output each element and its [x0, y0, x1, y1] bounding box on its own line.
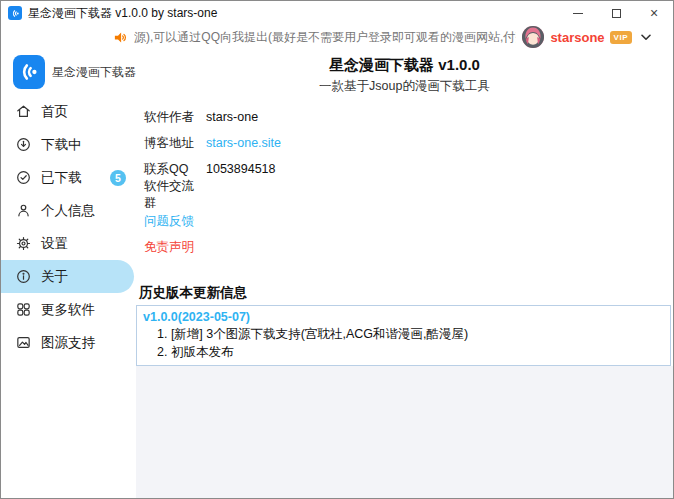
field-qq: 联系QQ 1053894518	[144, 156, 673, 182]
sidebar-app-name: 星念漫画下载器	[52, 64, 136, 81]
field-label: 联系QQ	[144, 161, 206, 178]
close-button[interactable]: ×	[635, 1, 673, 25]
person-icon	[15, 202, 32, 219]
sidebar-item-label: 设置	[41, 235, 68, 253]
sidebar-item-settings[interactable]: 设置	[1, 227, 136, 260]
field-feedback: 问题反馈	[144, 208, 673, 234]
minimize-icon	[573, 13, 583, 14]
sidebar-item-more-apps[interactable]: 更多软件	[1, 293, 136, 326]
maximize-button[interactable]	[597, 1, 635, 25]
sidebar-item-label: 关于	[41, 268, 68, 286]
sidebar-item-label: 已下载	[41, 169, 82, 187]
sidebar-item-downloading[interactable]: 下载中	[1, 128, 136, 161]
minimize-button[interactable]	[559, 1, 597, 25]
about-pane: 星念漫画下载器 v1.0.0 一款基于Jsoup的漫画下载工具 软件作者 sta…	[136, 49, 673, 498]
field-label: 软件作者	[144, 109, 206, 126]
field-blog: 博客地址 stars-one.site	[144, 130, 673, 156]
sidebar-item-profile[interactable]: 个人信息	[1, 194, 136, 227]
sidebar-item-label: 首页	[41, 103, 68, 121]
app-body: 星念漫画下载器 首页 下载中	[1, 49, 673, 498]
history-item: 1. [新增] 3个图源下载支持(宫耽社,ACG和谐漫画,酷漫屋)	[137, 327, 670, 343]
downloaded-count-badge: 5	[110, 170, 126, 186]
sidebar: 星念漫画下载器 首页 下载中	[1, 49, 136, 498]
home-icon	[15, 103, 32, 120]
field-label: 软件交流群	[144, 178, 206, 212]
avatar	[522, 26, 544, 48]
apps-grid-icon	[15, 301, 32, 318]
field-disclaimer: 免责声明	[144, 234, 673, 260]
sidebar-item-label: 个人信息	[41, 202, 95, 220]
content-background	[136, 366, 673, 498]
sidebar-item-label: 下载中	[41, 136, 82, 154]
sidebar-item-image-sources[interactable]: 图源支持	[1, 326, 136, 359]
sidebar-item-label: 图源支持	[41, 334, 95, 352]
app-logo-icon-large	[13, 55, 45, 89]
check-circle-icon	[15, 169, 32, 186]
about-fields: 软件作者 stars-one 博客地址 stars-one.site 联系QQ …	[144, 104, 673, 260]
field-value: stars-one	[206, 110, 258, 124]
history-heading: 历史版本更新信息	[139, 284, 673, 301]
field-author: 软件作者 stars-one	[144, 104, 673, 130]
speaker-icon	[113, 30, 128, 45]
history-box: v1.0.0(2023-05-07) 1. [新增] 3个图源下载支持(宫耽社,…	[136, 305, 671, 366]
username: starsone	[550, 30, 604, 45]
app-window: 星念漫画下载器 v1.0.0 by stars-one × 源),可以通过QQ向…	[0, 0, 674, 499]
window-title: 星念漫画下载器 v1.0.0 by stars-one	[28, 5, 217, 22]
field-group: 软件交流群	[144, 182, 673, 208]
app-logo-icon	[8, 6, 22, 20]
header-strip: 源),可以通过QQ向我提出(最好是不需要用户登录即可观看的漫画网站,付费观看漫画…	[1, 25, 673, 49]
sidebar-item-label: 更多软件	[41, 301, 95, 319]
history-item: 2. 初版本发布	[137, 345, 670, 361]
close-icon: ×	[650, 6, 658, 20]
maximize-icon	[612, 9, 621, 18]
download-icon	[15, 136, 32, 153]
sidebar-item-about[interactable]: 关于	[1, 260, 134, 293]
disclaimer-link[interactable]: 免责声明	[144, 239, 194, 256]
chevron-down-icon	[641, 34, 651, 41]
feedback-link[interactable]: 问题反馈	[144, 213, 194, 230]
sidebar-item-home[interactable]: 首页	[1, 95, 136, 128]
announcement-marquee: 源),可以通过QQ向我提出(最好是不需要用户登录即可观看的漫画网站,付费观看漫画…	[134, 29, 516, 46]
image-icon	[15, 334, 32, 351]
vip-badge: VIP	[610, 31, 632, 44]
info-icon	[15, 268, 32, 285]
sidebar-item-downloaded[interactable]: 已下载 5	[1, 161, 136, 194]
page-title: 星念漫画下载器 v1.0.0	[136, 56, 673, 74]
sidebar-logo-row: 星念漫画下载器	[1, 49, 136, 95]
field-value: 1053894518	[206, 162, 276, 176]
page-subtitle: 一款基于Jsoup的漫画下载工具	[136, 78, 673, 94]
titlebar: 星念漫画下载器 v1.0.0 by stars-one ×	[1, 1, 673, 25]
blog-link[interactable]: stars-one.site	[206, 136, 281, 150]
user-menu[interactable]: starsone VIP	[522, 26, 651, 48]
gear-icon	[15, 235, 32, 252]
history-version: v1.0.0(2023-05-07)	[137, 309, 670, 325]
field-label: 博客地址	[144, 135, 206, 152]
